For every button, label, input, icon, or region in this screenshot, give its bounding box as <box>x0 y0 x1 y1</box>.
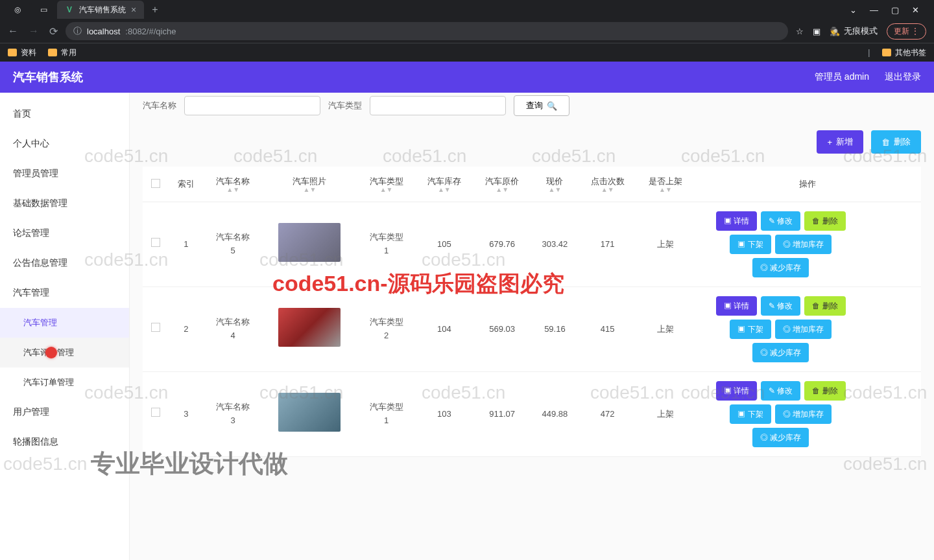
cell-clicks: 171 <box>579 202 636 287</box>
url-input[interactable]: ⓘ localhost:8082/#/qiche <box>66 22 788 40</box>
sort-icon: ▲▼ <box>267 187 352 192</box>
th-photo[interactable]: 汽车照片▲▼ <box>262 167 357 202</box>
th-orig[interactable]: 汽车原价▲▼ <box>473 167 531 202</box>
update-button[interactable]: 更新 ⋮ <box>887 23 926 40</box>
search-input-type[interactable] <box>370 96 506 115</box>
inc-stock-button[interactable]: ◎ 增加库存 <box>775 404 832 424</box>
cell-stock: 104 <box>415 287 473 372</box>
new-tab-button[interactable]: + <box>145 4 164 16</box>
minimize-icon[interactable]: — <box>870 5 878 15</box>
reload-icon[interactable]: ⟳ <box>49 25 58 38</box>
checkbox-all[interactable] <box>151 179 160 188</box>
cell-stock: 103 <box>415 372 473 457</box>
bookmark-item[interactable]: 常用 <box>48 47 77 58</box>
off-shelf-button[interactable]: ▣ 下架 <box>730 320 771 339</box>
sort-icon: ▲▼ <box>420 187 468 192</box>
row-checkbox[interactable] <box>151 323 160 332</box>
th-clicks[interactable]: 点击次数▲▼ <box>579 167 636 202</box>
th-type[interactable]: 汽车类型▲▼ <box>357 167 415 202</box>
sidebar-item-car-review[interactable]: 汽车评价管理 <box>0 338 129 368</box>
data-table: 索引 汽车名称▲▼ 汽车照片▲▼ 汽车类型▲▼ 汽车库存▲▼ 汽车原价▲▼ 现价… <box>143 167 921 457</box>
edit-button[interactable]: ✎ 修改 <box>761 211 800 231</box>
edit-button[interactable]: ✎ 修改 <box>761 381 800 401</box>
detail-button[interactable]: ▣ 详情 <box>716 211 757 231</box>
th-stock[interactable]: 汽车库存▲▼ <box>415 167 473 202</box>
tab-inactive[interactable]: ◎ <box>5 1 30 19</box>
th-status[interactable]: 是否上架▲▼ <box>636 167 694 202</box>
cell-type: 汽车类型2 <box>357 287 415 372</box>
sidebar-item-car-parent[interactable]: 汽车管理 <box>0 278 129 308</box>
th-now[interactable]: 现价▲▼ <box>531 167 579 202</box>
row-checkbox[interactable] <box>151 408 160 417</box>
add-button[interactable]: +新增 <box>817 130 863 154</box>
inc-stock-button[interactable]: ◎ 增加库存 <box>775 320 832 339</box>
cell-name: 汽车名称3 <box>204 372 262 457</box>
row-checkbox[interactable] <box>151 238 160 247</box>
sidebar-item-profile[interactable]: 个人中心 <box>0 129 129 159</box>
sidebar-item-admin[interactable]: 管理员管理 <box>0 159 129 189</box>
row-delete-button[interactable]: 🗑 删除 <box>804 296 845 316</box>
tab-active[interactable]: V 汽车销售系统 × <box>57 1 144 19</box>
delete-button[interactable]: 🗑删除 <box>871 130 921 154</box>
off-shelf-button[interactable]: ▣ 下架 <box>730 404 771 424</box>
table-header-row: 索引 汽车名称▲▼ 汽车照片▲▼ 汽车类型▲▼ 汽车库存▲▼ 汽车原价▲▼ 现价… <box>143 167 921 202</box>
sidebar-item-basedata[interactable]: 基础数据管理 <box>0 189 129 218</box>
sort-icon: ▲▼ <box>584 187 631 192</box>
folder-icon <box>8 49 17 56</box>
inc-stock-button[interactable]: ◎ 增加库存 <box>775 235 832 254</box>
search-input-name[interactable] <box>184 96 320 115</box>
main-content: 汽车名称 汽车类型 查询🔍 +新增 🗑删除 索引 汽车名称▲▼ 汽车照片▲▼ 汽… <box>130 93 934 560</box>
info-icon[interactable]: ⓘ <box>73 25 82 37</box>
cell-index: 1 <box>168 202 204 287</box>
sidebar-item-banner[interactable]: 轮播图信息 <box>0 427 129 457</box>
close-window-icon[interactable]: ✕ <box>912 5 919 15</box>
tab-bar: ◎ ▭ V 汽车销售系统 × + ⌄ — ▢ ✕ <box>0 0 934 19</box>
sort-icon: ▲▼ <box>641 187 689 192</box>
other-bookmarks[interactable]: | 其他书签 <box>868 47 926 58</box>
sidebar-item-car-order[interactable]: 汽车订单管理 <box>0 368 129 397</box>
cell-status: 上架 <box>636 287 694 372</box>
sidebar-item-user[interactable]: 用户管理 <box>0 397 129 427</box>
dropdown-icon[interactable]: ⌄ <box>850 5 857 15</box>
row-delete-button[interactable]: 🗑 删除 <box>804 381 845 401</box>
search-button[interactable]: 查询🔍 <box>514 95 569 116</box>
star-icon[interactable]: ☆ <box>796 27 804 36</box>
car-image[interactable] <box>278 393 341 432</box>
cell-photo <box>262 202 357 287</box>
folder-icon <box>882 49 891 56</box>
tab-inactive[interactable]: ▭ <box>31 1 56 19</box>
row-delete-button[interactable]: 🗑 删除 <box>804 211 845 231</box>
cell-name: 汽车名称4 <box>204 287 262 372</box>
row-ops: ▣ 详情 ✎ 修改 🗑 删除 ▣ 下架 ◎ 增加库存 ◎ 减少库存 <box>700 381 862 447</box>
car-image[interactable] <box>278 308 341 347</box>
cursor-highlight <box>45 347 57 358</box>
dec-stock-button[interactable]: ◎ 减少库存 <box>752 428 809 447</box>
cell-type: 汽车类型1 <box>357 372 415 457</box>
search-label-name: 汽车名称 <box>143 100 176 111</box>
row-ops: ▣ 详情 ✎ 修改 🗑 删除 ▣ 下架 ◎ 增加库存 ◎ 减少库存 <box>700 296 862 362</box>
close-icon[interactable]: × <box>131 5 136 15</box>
sidebar-item-notice[interactable]: 公告信息管理 <box>0 248 129 278</box>
maximize-icon[interactable]: ▢ <box>891 5 899 15</box>
detail-button[interactable]: ▣ 详情 <box>716 296 757 316</box>
cell-type: 汽车类型1 <box>357 202 415 287</box>
dec-stock-button[interactable]: ◎ 减少库存 <box>752 258 809 277</box>
th-name[interactable]: 汽车名称▲▼ <box>204 167 262 202</box>
edit-button[interactable]: ✎ 修改 <box>761 296 800 316</box>
dec-stock-button[interactable]: ◎ 减少库存 <box>752 343 809 362</box>
tab-title: 汽车销售系统 <box>79 5 126 16</box>
sidebar-item-car-manage[interactable]: 汽车管理 <box>0 308 129 338</box>
bookmark-item[interactable]: 资料 <box>8 47 36 58</box>
car-image[interactable] <box>278 223 341 262</box>
admin-label[interactable]: 管理员 admin <box>815 71 869 83</box>
back-icon[interactable]: ← <box>8 25 18 38</box>
sidebar-item-home[interactable]: 首页 <box>0 99 129 129</box>
forward-icon[interactable]: → <box>29 25 39 38</box>
sidebar-item-forum[interactable]: 论坛管理 <box>0 218 129 248</box>
extension-icon[interactable]: ▣ <box>813 27 820 36</box>
header-right: 管理员 admin 退出登录 <box>815 71 921 83</box>
off-shelf-button[interactable]: ▣ 下架 <box>730 235 771 254</box>
logout-button[interactable]: 退出登录 <box>885 71 921 83</box>
th-index[interactable]: 索引 <box>168 167 204 202</box>
detail-button[interactable]: ▣ 详情 <box>716 381 757 401</box>
